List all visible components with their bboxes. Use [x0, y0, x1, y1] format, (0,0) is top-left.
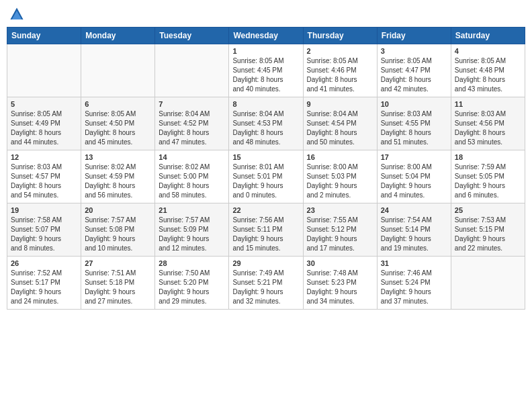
- week-row-2: 5Sunrise: 8:05 AM Sunset: 4:49 PM Daylig…: [7, 97, 525, 150]
- week-row-1: 1Sunrise: 8:05 AM Sunset: 4:45 PM Daylig…: [7, 44, 525, 97]
- weekday-header-monday: Monday: [81, 28, 155, 44]
- day-info: Sunrise: 8:03 AM Sunset: 4:56 PM Dayligh…: [455, 109, 521, 147]
- day-info: Sunrise: 7:54 AM Sunset: 5:14 PM Dayligh…: [381, 216, 447, 253]
- day-number: 27: [85, 259, 151, 267]
- day-info: Sunrise: 8:05 AM Sunset: 4:47 PM Dayligh…: [381, 56, 447, 94]
- day-number: 17: [381, 153, 447, 161]
- day-cell: 13Sunrise: 8:02 AM Sunset: 4:59 PM Dayli…: [81, 150, 155, 203]
- header: [7, 7, 525, 21]
- day-info: Sunrise: 8:03 AM Sunset: 4:55 PM Dayligh…: [381, 109, 447, 147]
- day-cell: 28Sunrise: 7:50 AM Sunset: 5:20 PM Dayli…: [155, 257, 229, 310]
- day-cell: 20Sunrise: 7:57 AM Sunset: 5:08 PM Dayli…: [81, 203, 155, 257]
- day-cell: 14Sunrise: 8:02 AM Sunset: 5:00 PM Dayli…: [155, 150, 229, 203]
- day-cell: [7, 44, 81, 97]
- day-info: Sunrise: 8:05 AM Sunset: 4:49 PM Dayligh…: [11, 109, 77, 147]
- day-cell: 23Sunrise: 7:55 AM Sunset: 5:12 PM Dayli…: [303, 203, 377, 257]
- day-cell: 10Sunrise: 8:03 AM Sunset: 4:55 PM Dayli…: [377, 97, 451, 150]
- day-number: 26: [11, 259, 77, 267]
- day-cell: 19Sunrise: 7:58 AM Sunset: 5:07 PM Dayli…: [7, 203, 81, 257]
- day-cell: 8Sunrise: 8:04 AM Sunset: 4:53 PM Daylig…: [229, 97, 303, 150]
- day-number: 5: [11, 100, 77, 108]
- calendar-table: SundayMondayTuesdayWednesdayThursdayFrid…: [7, 27, 525, 310]
- day-info: Sunrise: 7:57 AM Sunset: 5:09 PM Dayligh…: [159, 216, 225, 253]
- day-number: 11: [455, 100, 521, 108]
- day-number: 15: [232, 153, 299, 161]
- day-number: 23: [307, 206, 373, 214]
- day-number: 6: [85, 100, 151, 108]
- weekday-header-thursday: Thursday: [303, 28, 377, 44]
- day-cell: 27Sunrise: 7:51 AM Sunset: 5:18 PM Dayli…: [81, 257, 155, 310]
- day-number: 2: [307, 47, 373, 55]
- weekday-header-row: SundayMondayTuesdayWednesdayThursdayFrid…: [7, 28, 525, 44]
- day-cell: 30Sunrise: 7:48 AM Sunset: 5:23 PM Dayli…: [303, 257, 377, 310]
- day-info: Sunrise: 8:02 AM Sunset: 5:00 PM Dayligh…: [159, 163, 225, 200]
- day-cell: 24Sunrise: 7:54 AM Sunset: 5:14 PM Dayli…: [377, 203, 451, 257]
- day-cell: 21Sunrise: 7:57 AM Sunset: 5:09 PM Dayli…: [155, 203, 229, 257]
- day-info: Sunrise: 7:58 AM Sunset: 5:07 PM Dayligh…: [11, 216, 77, 253]
- day-cell: 1Sunrise: 8:05 AM Sunset: 4:45 PM Daylig…: [229, 44, 303, 97]
- day-info: Sunrise: 8:00 AM Sunset: 5:03 PM Dayligh…: [307, 163, 373, 200]
- day-info: Sunrise: 8:05 AM Sunset: 4:50 PM Dayligh…: [85, 109, 151, 147]
- logo: [9, 7, 26, 21]
- day-info: Sunrise: 8:01 AM Sunset: 5:01 PM Dayligh…: [232, 163, 299, 200]
- week-row-5: 26Sunrise: 7:52 AM Sunset: 5:17 PM Dayli…: [7, 257, 525, 310]
- day-info: Sunrise: 8:02 AM Sunset: 4:59 PM Dayligh…: [85, 163, 151, 200]
- day-info: Sunrise: 7:57 AM Sunset: 5:08 PM Dayligh…: [85, 216, 151, 253]
- day-cell: 17Sunrise: 8:00 AM Sunset: 5:04 PM Dayli…: [377, 150, 451, 203]
- day-number: 21: [159, 206, 225, 214]
- day-number: 25: [455, 206, 521, 214]
- day-cell: 25Sunrise: 7:53 AM Sunset: 5:15 PM Dayli…: [451, 203, 525, 257]
- day-cell: 29Sunrise: 7:49 AM Sunset: 5:21 PM Dayli…: [229, 257, 303, 310]
- day-info: Sunrise: 7:56 AM Sunset: 5:11 PM Dayligh…: [232, 216, 299, 253]
- day-number: 24: [381, 206, 447, 214]
- day-info: Sunrise: 7:59 AM Sunset: 5:05 PM Dayligh…: [455, 163, 521, 200]
- day-info: Sunrise: 7:46 AM Sunset: 5:24 PM Dayligh…: [381, 269, 447, 306]
- day-number: 30: [307, 259, 373, 267]
- weekday-header-tuesday: Tuesday: [155, 28, 229, 44]
- day-number: 4: [455, 47, 521, 55]
- day-number: 22: [232, 206, 299, 214]
- week-row-4: 19Sunrise: 7:58 AM Sunset: 5:07 PM Dayli…: [7, 203, 525, 257]
- day-info: Sunrise: 7:49 AM Sunset: 5:21 PM Dayligh…: [232, 269, 299, 306]
- weekday-header-friday: Friday: [377, 28, 451, 44]
- weekday-header-saturday: Saturday: [451, 28, 525, 44]
- day-number: 29: [232, 259, 299, 267]
- day-number: 16: [307, 153, 373, 161]
- day-number: 1: [232, 47, 299, 55]
- day-cell: 4Sunrise: 8:05 AM Sunset: 4:48 PM Daylig…: [451, 44, 525, 97]
- day-cell: 15Sunrise: 8:01 AM Sunset: 5:01 PM Dayli…: [229, 150, 303, 203]
- day-cell: 16Sunrise: 8:00 AM Sunset: 5:03 PM Dayli…: [303, 150, 377, 203]
- day-info: Sunrise: 7:51 AM Sunset: 5:18 PM Dayligh…: [85, 269, 151, 306]
- day-cell: [451, 257, 525, 310]
- day-number: 7: [159, 100, 225, 108]
- day-number: 31: [381, 259, 447, 267]
- weekday-header-sunday: Sunday: [7, 28, 81, 44]
- day-info: Sunrise: 8:03 AM Sunset: 4:57 PM Dayligh…: [11, 163, 77, 200]
- day-cell: 9Sunrise: 8:04 AM Sunset: 4:54 PM Daylig…: [303, 97, 377, 150]
- day-cell: 18Sunrise: 7:59 AM Sunset: 5:05 PM Dayli…: [451, 150, 525, 203]
- day-cell: 26Sunrise: 7:52 AM Sunset: 5:17 PM Dayli…: [7, 257, 81, 310]
- day-info: Sunrise: 7:55 AM Sunset: 5:12 PM Dayligh…: [307, 216, 373, 253]
- day-info: Sunrise: 7:48 AM Sunset: 5:23 PM Dayligh…: [307, 269, 373, 306]
- page: SundayMondayTuesdayWednesdayThursdayFrid…: [0, 0, 532, 411]
- day-number: 9: [307, 100, 373, 108]
- day-cell: 12Sunrise: 8:03 AM Sunset: 4:57 PM Dayli…: [7, 150, 81, 203]
- day-number: 3: [381, 47, 447, 55]
- day-cell: [155, 44, 229, 97]
- day-cell: 3Sunrise: 8:05 AM Sunset: 4:47 PM Daylig…: [377, 44, 451, 97]
- day-info: Sunrise: 8:05 AM Sunset: 4:48 PM Dayligh…: [455, 56, 521, 94]
- day-cell: 11Sunrise: 8:03 AM Sunset: 4:56 PM Dayli…: [451, 97, 525, 150]
- day-cell: 31Sunrise: 7:46 AM Sunset: 5:24 PM Dayli…: [377, 257, 451, 310]
- day-cell: 7Sunrise: 8:04 AM Sunset: 4:52 PM Daylig…: [155, 97, 229, 150]
- day-info: Sunrise: 7:52 AM Sunset: 5:17 PM Dayligh…: [11, 269, 77, 306]
- day-number: 13: [85, 153, 151, 161]
- day-number: 19: [11, 206, 77, 214]
- weekday-header-wednesday: Wednesday: [229, 28, 303, 44]
- day-cell: 22Sunrise: 7:56 AM Sunset: 5:11 PM Dayli…: [229, 203, 303, 257]
- day-cell: [81, 44, 155, 97]
- day-info: Sunrise: 8:05 AM Sunset: 4:46 PM Dayligh…: [307, 56, 373, 94]
- day-info: Sunrise: 8:05 AM Sunset: 4:45 PM Dayligh…: [232, 56, 299, 94]
- day-number: 8: [232, 100, 299, 108]
- week-row-3: 12Sunrise: 8:03 AM Sunset: 4:57 PM Dayli…: [7, 150, 525, 203]
- day-info: Sunrise: 7:53 AM Sunset: 5:15 PM Dayligh…: [455, 216, 521, 253]
